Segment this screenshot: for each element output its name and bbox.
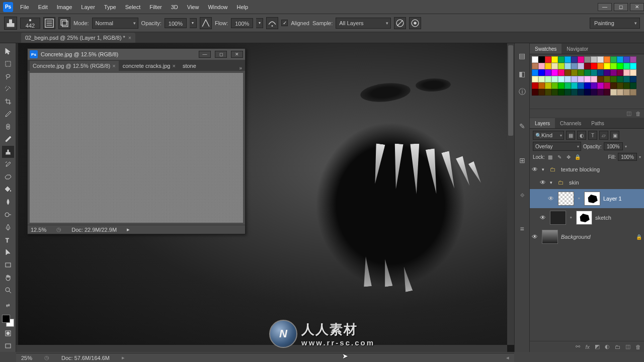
menu-type[interactable]: Type [100,2,120,12]
color-panel-icon[interactable]: ◧ [518,69,527,78]
swatch-color[interactable] [571,89,578,96]
layer-row[interactable]: 👁⚬Layer 1 [530,189,644,208]
magic-wand-tool[interactable] [2,83,14,95]
layer-visibility-icon[interactable]: 👁 [532,166,539,173]
swatch-color[interactable] [558,89,565,96]
swatch-color[interactable] [551,56,558,63]
new-layer-button[interactable]: ◫ [625,343,630,350]
swatch-color[interactable] [623,76,630,82]
swatch-color[interactable] [532,69,538,76]
swatch-color[interactable] [532,89,538,96]
window-maximize-button[interactable]: ◻ [614,3,628,11]
info-panel-icon[interactable]: ⓘ [518,87,527,97]
swatch-color[interactable] [565,63,571,69]
layer-thumbnail[interactable] [558,192,574,206]
swatch-color[interactable] [591,76,597,82]
swatch-color[interactable] [545,82,551,89]
swatch-grid[interactable] [532,56,644,96]
path-selection-tool[interactable] [2,246,14,258]
swatch-color[interactable] [532,82,538,89]
swatch-color[interactable] [610,89,617,96]
swatch-color[interactable] [558,82,565,89]
layer-row[interactable]: 👁Background🔒 [530,227,644,246]
swatch-color[interactable] [565,82,571,89]
floating-window-titlebar[interactable]: Ps Concrete.jpg @ 12.5% (RGB/8) — ◻ ✕ [28,49,245,60]
swatch-color[interactable] [591,56,597,63]
status-rotate-icon[interactable]: ◷ [44,354,49,361]
swatch-color[interactable] [604,63,610,69]
pressure-opacity-button[interactable] [200,17,212,29]
aligned-checkbox[interactable]: ✓ [281,20,288,26]
swatch-color[interactable] [610,63,617,69]
horizontal-scrollbar[interactable] [16,345,507,352]
zoom-level[interactable]: 25% [21,355,32,361]
pressure-size-button[interactable] [409,17,421,29]
swatch-color[interactable] [571,63,578,69]
swatch-color[interactable] [538,82,545,89]
filter-type-icon[interactable]: T [588,131,597,140]
swatch-color[interactable] [551,69,558,76]
paths-tab[interactable]: Paths [586,118,609,128]
layer-name[interactable]: sketch [595,215,611,221]
swatch-color[interactable] [578,63,584,69]
swatch-color[interactable] [558,76,565,82]
mask-link-icon[interactable]: ⚬ [577,196,581,201]
swatch-color[interactable] [532,56,538,63]
swatch-color[interactable] [630,76,636,82]
swatch-color[interactable] [584,82,591,89]
swatch-color[interactable] [597,82,604,89]
swatch-color[interactable] [623,69,630,76]
layer-row[interactable]: 👁▾🗀texture blocking [530,163,644,176]
floating-status-more[interactable]: ▸ [127,226,130,233]
eyedropper-tool[interactable] [2,108,14,120]
floating-window-close[interactable]: ✕ [231,51,243,58]
layer-visibility-icon[interactable]: 👁 [532,233,539,240]
filter-shape-icon[interactable]: ▱ [599,131,608,140]
layer-mask-button[interactable]: ◩ [595,343,600,350]
sample-select[interactable]: All Layers [336,18,391,29]
history-brush-tool[interactable] [2,158,14,170]
swatch-color[interactable] [545,63,551,69]
swatch-color[interactable] [617,69,623,76]
hand-tool[interactable] [2,272,14,284]
dodge-tool[interactable] [2,209,14,221]
clone-source-panel-button[interactable] [58,17,70,29]
filter-adjust-icon[interactable]: ◐ [577,131,586,140]
workspace-switcher[interactable]: Painting [590,18,640,29]
swatch-color[interactable] [538,69,545,76]
swatch-color[interactable] [538,89,545,96]
menu-help[interactable]: Help [233,2,253,12]
flow-dropdown[interactable]: ▾ [256,18,263,28]
swatch-color[interactable] [630,82,636,89]
floating-tab-stone[interactable]: stone [180,61,199,71]
swatch-color[interactable] [578,56,584,63]
window-close-button[interactable]: ✕ [630,3,644,11]
layer-visibility-icon[interactable]: 👁 [540,179,547,186]
group-twisty-icon[interactable]: ▾ [542,167,547,172]
swatch-color[interactable] [591,69,597,76]
link-layers-button[interactable]: ⚯ [576,343,580,350]
channels-tab[interactable]: Channels [555,118,586,128]
swatch-color[interactable] [532,63,538,69]
layer-fx-button[interactable]: fx [585,344,590,350]
clone-stamp-tool[interactable] [2,146,14,158]
floating-zoom-icon[interactable]: ◷ [56,226,61,233]
swatch-color[interactable] [558,63,565,69]
swatch-color[interactable] [584,69,591,76]
lock-all-icon[interactable]: 🔒 [574,153,581,160]
floating-tab-concrete[interactable]: Concrete.jpg @ 12.5% (RGB/8)× [30,61,119,71]
opacity-dropdown[interactable]: ▾ [190,18,197,28]
zoom-tool[interactable] [2,284,14,296]
crop-tool[interactable] [2,96,14,108]
marquee-tool[interactable] [2,58,14,70]
status-more-icon[interactable]: ▸ [122,354,125,361]
document-tab-close[interactable]: × [128,35,131,41]
swatch-color[interactable] [558,69,565,76]
swatch-color[interactable] [604,89,610,96]
swatch-color[interactable] [565,69,571,76]
swatch-color[interactable] [532,76,538,82]
swatch-color[interactable] [597,56,604,63]
swatch-color[interactable] [623,63,630,69]
swatch-color[interactable] [617,82,623,89]
menu-window[interactable]: Window [204,2,231,12]
